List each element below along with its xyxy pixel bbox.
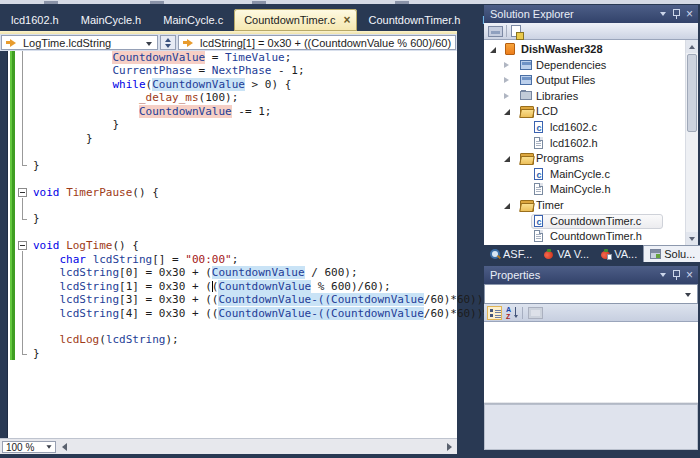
window-menu-icon[interactable] — [660, 273, 666, 277]
code-line: void TimerPause() { — [33, 186, 159, 199]
libs-icon — [520, 91, 532, 100]
code-line: } — [33, 159, 40, 172]
code-line: CurrentPhase = NextPhase - 1; — [33, 64, 305, 77]
code-line: while(CountdownValue > 0) { — [33, 78, 291, 91]
scope-dropdown-value: LogTime.lcdString — [20, 37, 111, 49]
alphabetical-sort-icon[interactable]: AZ — [505, 306, 519, 320]
code-line: lcdString[0] = 0x30 + (CountdownValue / … — [33, 266, 358, 279]
deps-icon — [520, 60, 532, 70]
magnifier-icon — [490, 249, 500, 259]
hfile-icon — [534, 183, 543, 195]
chevron-down-icon — [46, 445, 51, 448]
expander-open-icon[interactable] — [504, 203, 510, 209]
cfile-icon: c — [534, 215, 543, 227]
code-line: lcdString[3] = 0x30 + ((CountdownValue-(… — [33, 293, 516, 306]
editor-zoom-dropdown[interactable]: 100 % — [2, 441, 56, 453]
code-line: } — [33, 347, 40, 360]
tomato-doc-icon — [601, 249, 611, 259]
editor-zoom-value: 100 % — [3, 442, 46, 453]
folder-icon — [520, 106, 533, 116]
solution-tree-scrollbar[interactable] — [685, 40, 698, 245]
solution-icon — [650, 249, 661, 259]
solution-explorer-toolbar — [484, 23, 698, 40]
document-tab-maincycle-c[interactable]: MainCycle.c — [152, 9, 234, 31]
property-pages-icon — [528, 307, 543, 319]
scroll-left-icon[interactable] — [62, 443, 67, 451]
document-tab-strip: lcd1602.hMainCycle.hMainCycle.cCountdown… — [0, 9, 457, 31]
solution-tree: DishWasher328DependenciesOutput FilesLib… — [484, 40, 698, 245]
pin-icon[interactable] — [673, 9, 679, 19]
scroll-up-icon[interactable] — [686, 40, 698, 53]
code-line: lcdLog(lcdString); — [33, 333, 179, 346]
toolbar-sliver — [0, 0, 700, 4]
scroll-down-icon[interactable] — [686, 232, 698, 245]
solution-explorer-titlebar[interactable]: Solution Explorer × — [484, 5, 698, 23]
expander-open-icon[interactable] — [490, 47, 496, 53]
scope-dropdown[interactable]: LogTime.lcdString — [1, 35, 158, 50]
editor-navigation-bar: LogTime.lcdString lcdString[1] = 0x30 + … — [0, 34, 457, 51]
properties-object-dropdown[interactable] — [484, 284, 698, 304]
document-tab-lcd1602-h[interactable]: lcd1602.h — [0, 9, 70, 31]
folder-icon — [520, 153, 533, 163]
nav-spinner[interactable] — [160, 35, 176, 50]
document-tab-countdowntimer-c[interactable]: CountdownTimer.c× — [234, 9, 357, 31]
code-line: CountdownValue -= 1; — [33, 105, 271, 118]
close-icon[interactable]: × — [686, 9, 693, 19]
goto-arrow-icon — [6, 39, 17, 47]
editor-horizontal-scrollbar[interactable]: 100 % — [0, 438, 457, 454]
show-all-files-icon[interactable] — [511, 25, 521, 37]
document-tab-countdowntimer-h[interactable]: CountdownTimer.h — [357, 9, 471, 31]
solution-explorer-title: Solution Explorer — [490, 8, 574, 20]
properties-titlebar[interactable]: Properties × — [484, 266, 698, 284]
panel-tab-solu[interactable]: Solu... — [643, 245, 700, 262]
categorized-view-icon[interactable] — [487, 306, 502, 320]
code-editor[interactable]: CountdownValue = TimeValue; CurrentPhase… — [0, 51, 457, 438]
member-dropdown[interactable]: lcdString[1] = 0x30 + ((CountdownValue %… — [178, 35, 456, 50]
cfile-icon: c — [534, 168, 543, 180]
properties-description-pane — [484, 404, 698, 450]
expander-open-icon[interactable] — [504, 156, 510, 162]
expander-closed-icon[interactable] — [504, 77, 509, 83]
properties-toolbar: AZ — [484, 304, 698, 322]
pin-icon[interactable] — [673, 270, 679, 280]
folder-icon — [520, 200, 533, 210]
tomato-icon — [544, 249, 554, 259]
expander-open-icon[interactable] — [504, 109, 510, 115]
code-line: lcdString[1] = 0x30 + ((CountdownValue %… — [33, 280, 391, 293]
code-line: } — [33, 118, 119, 131]
hfile-icon — [534, 137, 543, 149]
code-text: CountdownValue = TimeValue; CurrentPhase… — [0, 51, 457, 438]
project-icon — [505, 43, 515, 55]
cfile-icon: c — [534, 121, 543, 133]
goto-arrow-icon — [183, 39, 194, 47]
member-dropdown-value: lcdString[1] = 0x30 + ((CountdownValue %… — [197, 37, 451, 49]
expander-closed-icon[interactable] — [504, 62, 509, 68]
code-line: CountdownValue = TimeValue; — [33, 51, 291, 64]
scrollbar-thumb[interactable] — [687, 54, 697, 132]
code-line: void LogTime() { — [33, 239, 139, 252]
chevron-down-icon — [146, 42, 152, 46]
tab-close-icon[interactable]: × — [343, 15, 350, 25]
code-line: char lcdString[] = "00:00"; — [33, 253, 238, 266]
close-icon[interactable]: × — [686, 270, 693, 280]
code-line: lcdString[4] = 0x30 + ((CountdownValue-(… — [33, 307, 516, 320]
properties-window-icon[interactable] — [488, 26, 503, 37]
chevron-down-icon — [685, 293, 691, 297]
deps-icon — [520, 75, 532, 85]
spinner-down-button[interactable] — [161, 42, 175, 49]
code-line: } — [33, 212, 40, 225]
window-menu-icon[interactable] — [660, 12, 666, 16]
panel-tab-vav[interactable]: VA V... — [538, 245, 595, 262]
ide-window: lcd1602.hMainCycle.hMainCycle.cCountdown… — [0, 0, 700, 458]
panel-tab-va[interactable]: VA... — [595, 245, 643, 262]
properties-title: Properties — [490, 269, 540, 281]
properties-grid[interactable] — [484, 322, 698, 402]
panel-tab-asf[interactable]: ASF... — [484, 245, 538, 262]
hfile-icon — [534, 230, 543, 242]
code-line: _delay_ms(100); — [33, 91, 238, 104]
expander-closed-icon[interactable] — [504, 93, 509, 99]
scroll-right-icon[interactable] — [447, 443, 452, 451]
document-tab-maincycle-h[interactable]: MainCycle.h — [70, 9, 153, 31]
code-line: } — [33, 132, 93, 145]
tool-panel-tabs: ASF...VA V...VA...Solu... — [484, 245, 698, 262]
